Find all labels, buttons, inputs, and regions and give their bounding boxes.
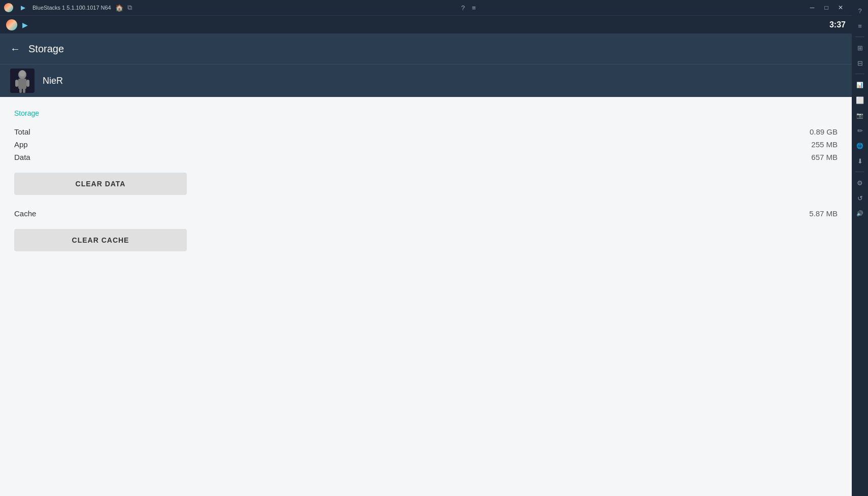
cache-section: Cache 5.87 MB CLEAR CACHE — [14, 209, 838, 261]
back-button[interactable]: ← — [10, 44, 20, 54]
pencil-sidebar-icon[interactable]: ✏ — [853, 124, 866, 137]
screen-sidebar-icon[interactable]: ⬜ — [853, 93, 866, 107]
page-header: ← Storage — [0, 34, 852, 64]
sidebar-divider-1 — [855, 37, 864, 37]
svg-rect-7 — [23, 88, 25, 93]
help-icon[interactable]: ? — [461, 4, 464, 12]
toolbar-time: 3:37 — [829, 20, 846, 29]
bluestacks-logo — [4, 3, 13, 12]
cache-value: 5.87 MB — [809, 209, 838, 218]
data-label: Data — [14, 153, 30, 161]
data-value: 657 MB — [811, 153, 838, 161]
menu-sidebar-icon[interactable]: ≡ — [853, 19, 866, 32]
close-button[interactable]: ✕ — [833, 2, 848, 13]
title-bar-right-icons: ? ≡ — [461, 4, 476, 12]
cache-row: Cache 5.87 MB — [14, 209, 838, 218]
toolbar-logo — [6, 19, 17, 30]
sidebar-divider-2 — [855, 74, 864, 74]
svg-rect-2 — [18, 79, 26, 89]
svg-rect-4 — [15, 80, 18, 87]
grid-sidebar-icon[interactable]: ⊟ — [853, 56, 866, 70]
toolbar-play-icon[interactable]: ▶ — [22, 21, 28, 29]
svg-rect-6 — [19, 88, 22, 93]
total-value: 0.89 GB — [810, 127, 838, 136]
app-icon — [10, 69, 35, 93]
camera-sidebar-icon[interactable]: 📷 — [853, 109, 866, 122]
section-title: Storage — [14, 109, 838, 117]
download-sidebar-icon[interactable]: ⬇ — [853, 154, 866, 168]
data-row: Data 657 MB — [14, 153, 838, 161]
clear-cache-button[interactable]: CLEAR CACHE — [14, 229, 187, 251]
rotate-sidebar-icon[interactable]: ↺ — [853, 191, 866, 205]
svg-rect-5 — [26, 80, 29, 87]
app-name: NieR — [43, 76, 63, 86]
window-controls: ─ □ ✕ — [805, 2, 848, 13]
chart-sidebar-icon[interactable]: 📊 — [853, 78, 866, 91]
sidebar-divider-3 — [855, 172, 864, 172]
app-title: BlueStacks 1 5.1.100.1017 N64 — [32, 5, 111, 11]
content-area: Storage Total 0.89 GB App 255 MB Data 65… — [0, 97, 852, 496]
volume-sidebar-icon[interactable]: 🔊 — [853, 207, 866, 220]
cache-label: Cache — [14, 209, 36, 218]
app-row: App 255 MB — [14, 140, 838, 149]
top-toolbar: ▶ 3:37 — [0, 15, 852, 34]
svg-point-3 — [19, 71, 25, 77]
right-sidebar: ? ≡ ⊞ ⊟ 📊 ⬜ 📷 ✏ 🌐 ⬇ ⚙ ↺ 🔊 — [852, 0, 868, 496]
clear-data-button[interactable]: CLEAR DATA — [14, 173, 187, 195]
app-label: App — [14, 140, 28, 149]
app-icon-image — [10, 69, 35, 93]
restore-button[interactable]: □ — [819, 2, 833, 13]
settings-sidebar-icon[interactable]: ⚙ — [853, 176, 866, 189]
layers-sidebar-icon[interactable]: ⊞ — [853, 41, 866, 54]
multi-icon[interactable]: ⧉ — [127, 4, 132, 12]
minimize-button[interactable]: ─ — [805, 2, 819, 13]
globe-sidebar-icon[interactable]: 🌐 — [853, 139, 866, 152]
app-header: NieR — [0, 64, 852, 97]
help-sidebar-icon[interactable]: ? — [853, 4, 866, 17]
play-icon[interactable]: ▶ — [17, 2, 28, 13]
page-title: Storage — [28, 43, 64, 55]
home-icon[interactable]: 🏠 — [115, 4, 123, 12]
app-value: 255 MB — [811, 140, 838, 149]
total-label: Total — [14, 127, 30, 136]
title-bar: ▶ BlueStacks 1 5.1.100.1017 N64 🏠 ⧉ ? ≡ … — [0, 0, 852, 15]
title-bar-left: ▶ BlueStacks 1 5.1.100.1017 N64 🏠 ⧉ — [4, 2, 132, 13]
menu-icon[interactable]: ≡ — [472, 4, 476, 12]
total-row: Total 0.89 GB — [14, 127, 838, 136]
